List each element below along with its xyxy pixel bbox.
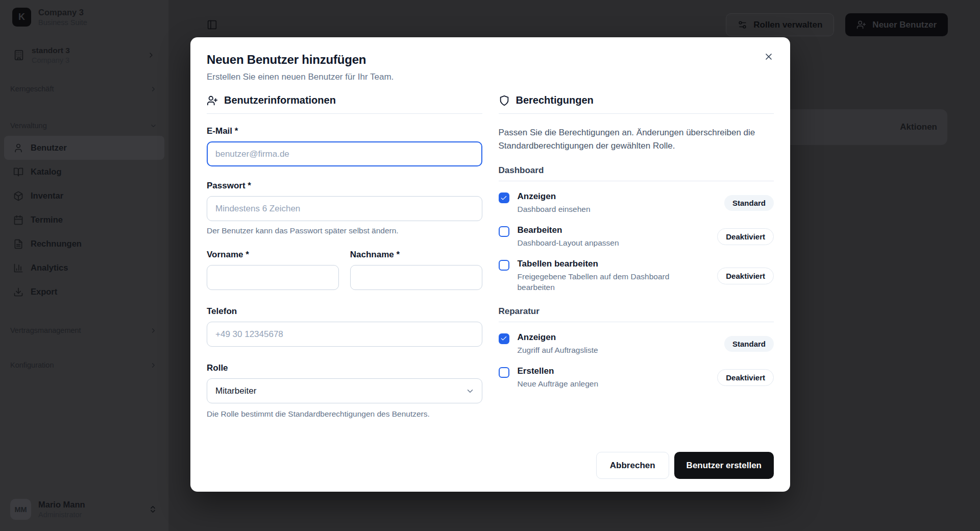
- package-icon: [13, 191, 23, 201]
- password-field[interactable]: [207, 196, 482, 221]
- chevron-down-icon: [465, 387, 475, 396]
- new-user-label: Neuer Benutzer: [872, 20, 937, 30]
- permission-status-badge: Standard: [724, 195, 774, 211]
- section-label: Kerngeschäft: [10, 85, 54, 93]
- calendar-icon: [13, 215, 23, 225]
- sidebar-item-benutzer[interactable]: Benutzer: [4, 136, 164, 160]
- permission-label: Erstellen: [518, 366, 709, 376]
- permission-status-badge: Deaktiviert: [717, 228, 774, 245]
- chevron-right-icon: [147, 51, 155, 59]
- permission-checkbox[interactable]: [499, 192, 509, 203]
- sidebar-section-kerngeschaeft[interactable]: Kerngeschäft: [0, 85, 168, 93]
- sidebar-toggle-button[interactable]: [207, 19, 217, 32]
- location-title: standort 3: [32, 46, 140, 55]
- download-icon: [13, 287, 23, 297]
- permission-description: Zugriff auf Auftragsliste: [518, 345, 686, 356]
- lastname-field[interactable]: [350, 265, 482, 290]
- section-label: Verwaltung: [10, 122, 47, 130]
- check-icon: [500, 335, 507, 342]
- user-menu[interactable]: MM Mario Mann Administrator: [0, 495, 168, 524]
- book-open-icon: [13, 167, 23, 177]
- chevrons-up-down-icon: [149, 505, 157, 514]
- role-helper: Die Rolle bestimmt die Standardberechtig…: [207, 409, 482, 419]
- new-user-button[interactable]: Neuer Benutzer: [845, 13, 948, 36]
- chevron-down-icon: [150, 122, 157, 130]
- building-icon: [13, 50, 24, 61]
- sidebar-nav: BenutzerKatalogInventarTermineRechnungen…: [0, 136, 168, 304]
- user-role: Administrator: [38, 511, 141, 519]
- company-name: Company 3: [38, 8, 87, 17]
- cancel-button[interactable]: Abbrechen: [596, 452, 669, 479]
- permission-label: Anzeigen: [518, 191, 716, 202]
- permission-label: Bearbeiten: [518, 225, 709, 235]
- permissions-description: Passen Sie die Berechtigungen an. Änderu…: [499, 126, 762, 152]
- sidebar-item-label: Benutzer: [31, 143, 67, 153]
- phone-label: Telefon: [207, 306, 482, 317]
- chevron-right-icon: [150, 327, 157, 334]
- permission-checkbox[interactable]: [499, 260, 509, 271]
- logo-badge: K: [12, 8, 31, 27]
- panel-left-icon: [207, 19, 217, 30]
- sliders-icon: [738, 20, 747, 30]
- permission-group-title: Reparatur: [499, 306, 774, 322]
- lastname-label: Nachname *: [350, 250, 482, 260]
- role-select[interactable]: Mitarbeiter: [207, 378, 482, 403]
- manage-roles-button[interactable]: Rollen verwalten: [726, 13, 834, 36]
- permission-checkbox[interactable]: [499, 367, 509, 378]
- sidebar-section-verwaltung[interactable]: Verwaltung: [0, 122, 168, 130]
- section-label: Konfiguration: [10, 361, 54, 369]
- sidebar-item-analytics[interactable]: Analytics: [4, 256, 164, 280]
- sidebar-item-termine[interactable]: Termine: [4, 208, 164, 232]
- permissions-scroll-area[interactable]: Passen Sie die Berechtigungen an. Änderu…: [499, 114, 774, 395]
- sidebar-item-label: Inventar: [31, 191, 63, 201]
- sidebar-item-label: Analytics: [31, 263, 68, 273]
- sidebar-section-vertragsmanagement[interactable]: Vertragsmanagement: [0, 326, 168, 334]
- permission-label: Anzeigen: [518, 332, 716, 343]
- dialog-subtitle: Erstellen Sie einen neuen Benutzer für I…: [207, 72, 774, 82]
- close-button[interactable]: [763, 51, 775, 63]
- permission-row: ErstellenNeue Aufträge anlegenDeaktivier…: [499, 366, 774, 390]
- permission-checkbox[interactable]: [499, 333, 509, 344]
- password-label: Passwort *: [207, 181, 482, 191]
- phone-field[interactable]: [207, 322, 482, 347]
- email-label: E-Mail *: [207, 126, 482, 136]
- chevron-right-icon: [150, 361, 157, 369]
- sidebar-item-rechnungen[interactable]: Rechnungen: [4, 232, 164, 256]
- location-switcher[interactable]: standort 3 Company 3: [7, 42, 161, 68]
- permission-description: Freigegebene Tabellen auf dem Dashboard …: [518, 272, 686, 293]
- sidebar-section-konfiguration[interactable]: Konfiguration: [0, 361, 168, 369]
- actions-column-header: Aktionen: [900, 122, 937, 132]
- sidebar-item-export[interactable]: Export: [4, 280, 164, 304]
- user-info-heading: Benutzerinformationen: [224, 94, 336, 106]
- permission-description: Neue Aufträge anlegen: [518, 379, 686, 390]
- app-logo: K Company 3 Business Suite: [0, 0, 168, 27]
- location-subtitle: Company 3: [32, 56, 140, 64]
- create-user-button[interactable]: Benutzer erstellen: [674, 452, 774, 479]
- permission-status-badge: Deaktiviert: [717, 268, 774, 284]
- firstname-label: Vorname *: [207, 250, 339, 260]
- sidebar-item-label: Export: [31, 287, 57, 297]
- permissions-heading: Berechtigungen: [516, 94, 594, 106]
- sidebar-item-inventar[interactable]: Inventar: [4, 184, 164, 208]
- screen: K Company 3 Business Suite standort 3 Co…: [0, 0, 980, 531]
- user-plus-icon: [856, 20, 866, 30]
- permission-checkbox[interactable]: [499, 226, 509, 237]
- email-field[interactable]: [207, 141, 482, 166]
- bar-chart-icon: [13, 263, 23, 273]
- file-text-icon: [13, 239, 23, 249]
- permission-row: AnzeigenZugriff auf AuftragslisteStandar…: [499, 332, 774, 356]
- sidebar-item-katalog[interactable]: Katalog: [4, 160, 164, 184]
- add-user-dialog: Neuen Benutzer hinzufügen Erstellen Sie …: [190, 37, 790, 492]
- check-icon: [500, 195, 507, 202]
- permission-row: AnzeigenDashboard einsehenStandard: [499, 191, 774, 215]
- permission-label: Tabellen bearbeiten: [518, 259, 709, 269]
- section-label: Vertragsmanagement: [10, 326, 81, 334]
- role-select-value: Mitarbeiter: [215, 386, 256, 396]
- dialog-title: Neuen Benutzer hinzufügen: [207, 53, 774, 67]
- suite-name: Business Suite: [38, 18, 87, 27]
- permission-status-badge: Standard: [724, 336, 774, 352]
- firstname-field[interactable]: [207, 265, 339, 290]
- user-icon: [13, 143, 23, 153]
- avatar: MM: [10, 499, 31, 520]
- chevron-right-icon: [150, 85, 157, 93]
